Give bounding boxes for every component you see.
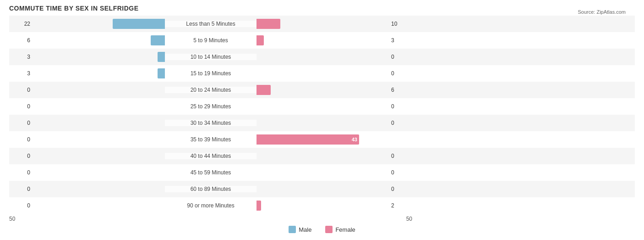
row-inner: 3 15 to 19 Minutes 0 (9, 65, 635, 82)
row-inner: 0 20 to 24 Minutes 6 (9, 82, 635, 98)
male-bar-container (32, 151, 165, 161)
male-side: 0 (9, 150, 165, 162)
row-label: 45 to 59 Minutes (165, 169, 257, 176)
female-bar-container (257, 52, 389, 62)
female-bar (257, 35, 264, 45)
row-label: 20 to 24 Minutes (165, 87, 257, 93)
male-color-swatch (289, 226, 296, 233)
female-side: 0 (257, 150, 412, 162)
male-side: 0 (9, 183, 165, 195)
male-bar (158, 68, 165, 78)
row-label: 25 to 29 Minutes (165, 103, 257, 110)
female-bar-container (257, 19, 389, 29)
male-value: 22 (17, 21, 30, 27)
female-side: 0 (257, 67, 412, 79)
row-label: 10 to 14 Minutes (165, 54, 257, 60)
female-side: 0 (257, 117, 412, 129)
row-inner: 0 90 or more Minutes 2 (9, 197, 635, 214)
male-side: 0 (9, 167, 165, 179)
female-value: 3 (391, 37, 408, 44)
female-bar-container (257, 118, 389, 128)
female-side: 2 (257, 200, 412, 212)
female-side: 0 (257, 167, 412, 179)
legend: Male Female (9, 226, 635, 233)
female-bar-container (257, 201, 389, 211)
male-side: 0 (9, 84, 165, 96)
male-value: 0 (17, 202, 30, 209)
female-bar-container (257, 85, 389, 95)
female-side: 43 (257, 134, 412, 145)
male-side: 3 (9, 51, 165, 63)
male-value: 3 (17, 70, 30, 77)
female-value: 6 (391, 87, 408, 93)
legend-male: Male (289, 226, 311, 233)
chart-container: 22 Less than 5 Minutes 10 6 (9, 16, 635, 214)
male-bar-container (32, 184, 165, 194)
female-bar-container (257, 184, 389, 194)
row-inner: 0 45 to 59 Minutes 0 (9, 164, 635, 181)
male-side: 0 (9, 200, 165, 212)
table-row: 0 90 or more Minutes 2 (9, 197, 635, 214)
male-bar-container (32, 201, 165, 211)
female-side: 10 (257, 18, 412, 30)
male-value: 0 (17, 87, 30, 93)
male-bar (113, 19, 165, 29)
male-value: 0 (17, 186, 30, 192)
row-label: 35 to 39 Minutes (165, 136, 257, 143)
row-label: 30 to 34 Minutes (165, 120, 257, 126)
male-value: 0 (17, 169, 30, 176)
male-bar-container (32, 68, 165, 78)
female-value: 0 (391, 70, 408, 77)
female-value: 10 (391, 21, 408, 27)
legend-male-label: Male (299, 226, 311, 233)
female-bar-container (257, 68, 389, 78)
table-row: 0 20 to 24 Minutes 6 (9, 82, 635, 98)
row-inner: 0 25 to 29 Minutes 0 (9, 98, 635, 115)
chart-title: COMMUTE TIME BY SEX IN SELFRIDGE (9, 5, 635, 12)
table-row: 6 5 to 9 Minutes 3 (9, 32, 635, 49)
axis-right-label: 50 (406, 216, 412, 222)
male-side: 6 (9, 34, 165, 46)
female-bar-container (257, 151, 389, 161)
row-label: 60 to 89 Minutes (165, 186, 257, 192)
male-bar-container (32, 35, 165, 45)
male-bar (151, 35, 165, 45)
legend-female-label: Female (335, 226, 355, 233)
row-label: Less than 5 Minutes (165, 21, 257, 27)
female-bar-value: 43 (352, 137, 357, 142)
axis-left-label: 50 (9, 216, 15, 222)
female-side: 0 (257, 51, 412, 63)
female-bar-container (257, 167, 389, 178)
male-value: 0 (17, 120, 30, 126)
row-label: 5 to 9 Minutes (165, 37, 257, 44)
male-value: 0 (17, 136, 30, 143)
female-bar-container (257, 101, 389, 112)
male-side: 22 (9, 18, 165, 30)
female-value: 0 (391, 169, 408, 176)
table-row: 0 25 to 29 Minutes 0 (9, 98, 635, 115)
male-value: 0 (17, 153, 30, 159)
male-bar-container (32, 52, 165, 62)
source-label: Source: ZipAtlas.com (578, 9, 626, 15)
table-row: 0 40 to 44 Minutes 0 (9, 148, 635, 164)
male-value: 0 (17, 103, 30, 110)
table-row: 3 10 to 14 Minutes 0 (9, 49, 635, 65)
table-row: 0 45 to 59 Minutes 0 (9, 164, 635, 181)
female-side: 6 (257, 84, 412, 96)
table-row: 22 Less than 5 Minutes 10 (9, 16, 635, 32)
axis-row: 50 50 (9, 216, 635, 222)
male-bar-container (32, 85, 165, 95)
female-side: 0 (257, 183, 412, 195)
female-value: 0 (391, 120, 408, 126)
female-bar (257, 201, 261, 211)
female-value: 2 (391, 202, 408, 209)
row-inner: 6 5 to 9 Minutes 3 (9, 32, 635, 49)
female-bar (257, 19, 280, 29)
male-value: 6 (17, 37, 30, 44)
table-row: 0 35 to 39 Minutes 43 (9, 131, 635, 148)
female-side: 0 (257, 100, 412, 112)
male-side: 3 (9, 67, 165, 79)
female-bar (257, 85, 271, 95)
row-inner: 22 Less than 5 Minutes 10 (9, 16, 635, 32)
row-inner: 0 40 to 44 Minutes 0 (9, 148, 635, 164)
